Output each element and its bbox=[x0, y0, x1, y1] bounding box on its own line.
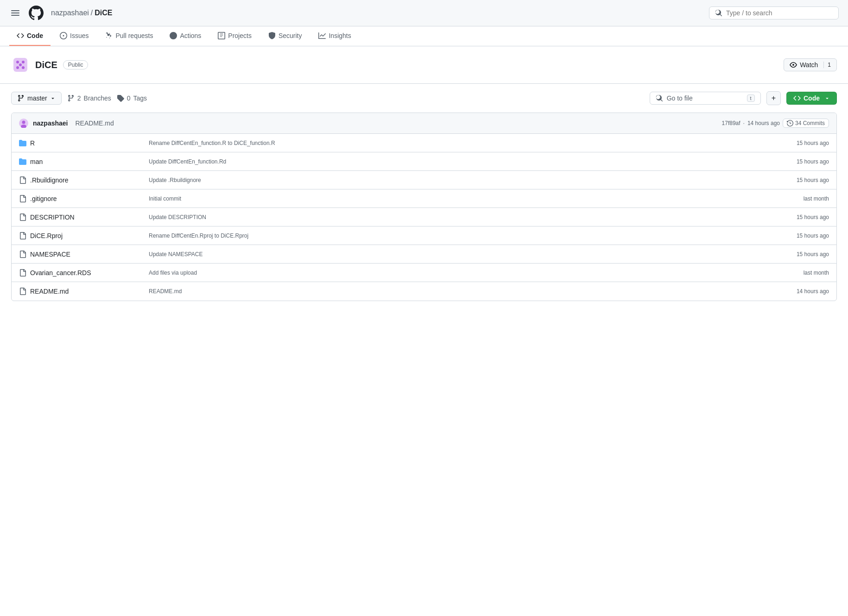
file-commit-msg: Update .Rbuildignore bbox=[149, 177, 797, 183]
eye-icon bbox=[790, 61, 797, 69]
file-name[interactable]: .gitignore bbox=[19, 195, 149, 202]
file-row: .gitignoreInitial commitlast month bbox=[12, 189, 836, 208]
svg-point-3 bbox=[16, 66, 19, 69]
tags-link[interactable]: 0 Tags bbox=[117, 94, 147, 102]
svg-point-1 bbox=[16, 61, 19, 63]
branches-count: 2 bbox=[77, 94, 81, 102]
file-row: manUpdate DiffCentEn_function.Rd15 hours… bbox=[12, 152, 836, 171]
tab-security[interactable]: Security bbox=[261, 26, 310, 46]
projects-icon bbox=[218, 32, 225, 39]
commits-count: 34 Commits bbox=[795, 120, 825, 126]
file-name[interactable]: .Rbuildignore bbox=[19, 176, 149, 184]
tab-insights-label: Insights bbox=[329, 32, 351, 39]
repo-title[interactable]: DiCE bbox=[35, 60, 57, 70]
pull-request-icon bbox=[105, 32, 113, 39]
branches-link[interactable]: 2 Branches bbox=[67, 94, 111, 102]
file-icon bbox=[19, 232, 26, 239]
file-rows-container: RRename DiffCentEn_function.R to DiCE_fu… bbox=[12, 134, 836, 301]
tab-projects[interactable]: Projects bbox=[210, 26, 259, 46]
watch-button[interactable]: Watch 1 bbox=[784, 58, 837, 71]
tags-count: 0 bbox=[127, 94, 131, 102]
add-file-button[interactable]: + bbox=[766, 91, 781, 105]
branch-icon bbox=[17, 94, 25, 102]
repo-avatar-icon bbox=[11, 56, 30, 74]
file-row: RRename DiffCentEn_function.R to DiCE_fu… bbox=[12, 134, 836, 152]
tab-actions[interactable]: Actions bbox=[162, 26, 209, 46]
commit-info-row: nazpashaei README.md 17f89af · 14 hours … bbox=[12, 113, 836, 134]
file-commit-msg: Update NAMESPACE bbox=[149, 251, 797, 258]
file-name[interactable]: man bbox=[19, 158, 149, 165]
go-to-file-label: Go to file bbox=[667, 94, 693, 102]
file-time: 15 hours ago bbox=[797, 251, 829, 258]
file-name-text: DiCE.Rproj bbox=[30, 232, 63, 239]
file-name[interactable]: DESCRIPTION bbox=[19, 214, 149, 221]
tab-code-label: Code bbox=[27, 32, 43, 39]
file-commit-msg: Update DESCRIPTION bbox=[149, 214, 797, 220]
file-name[interactable]: DiCE.Rproj bbox=[19, 232, 149, 239]
commit-hash[interactable]: 17f89af bbox=[722, 120, 740, 126]
folder-icon bbox=[19, 158, 26, 165]
svg-point-5 bbox=[19, 63, 22, 66]
file-row: .RbuildignoreUpdate .Rbuildignore15 hour… bbox=[12, 171, 836, 189]
commit-user-avatar bbox=[19, 119, 28, 128]
file-name[interactable]: R bbox=[19, 139, 149, 147]
folder-icon bbox=[19, 139, 26, 147]
file-row: README.mdREADME.md14 hours ago bbox=[12, 282, 836, 301]
file-time: 15 hours ago bbox=[797, 214, 829, 220]
tags-label: Tags bbox=[133, 94, 147, 102]
search-icon-small bbox=[656, 94, 663, 102]
tab-issues-label: Issues bbox=[70, 32, 89, 39]
file-row: NAMESPACEUpdate NAMESPACE15 hours ago bbox=[12, 245, 836, 264]
file-time: last month bbox=[804, 195, 829, 202]
tab-security-label: Security bbox=[278, 32, 302, 39]
tab-pr-label: Pull requests bbox=[115, 32, 153, 39]
file-icon bbox=[19, 176, 26, 184]
search-input[interactable] bbox=[726, 9, 819, 17]
tag-icon bbox=[117, 94, 124, 102]
hamburger-button[interactable] bbox=[9, 8, 21, 18]
svg-point-2 bbox=[22, 61, 25, 63]
repo-owner[interactable]: nazpashaei bbox=[51, 9, 89, 17]
tab-projects-label: Projects bbox=[228, 32, 252, 39]
file-commit-msg: README.md bbox=[149, 288, 797, 295]
svg-point-7 bbox=[22, 121, 25, 124]
issues-icon bbox=[60, 32, 67, 39]
commits-count-link[interactable]: 34 Commits bbox=[783, 119, 829, 128]
file-name[interactable]: NAMESPACE bbox=[19, 251, 149, 258]
go-to-file-button[interactable]: Go to file t bbox=[650, 92, 761, 105]
file-time: last month bbox=[804, 270, 829, 276]
branches-icon bbox=[67, 94, 75, 102]
file-name[interactable]: Ovarian_cancer.RDS bbox=[19, 269, 149, 277]
tab-pull-requests[interactable]: Pull requests bbox=[98, 26, 160, 46]
insights-icon bbox=[318, 32, 326, 39]
repo-path: nazpashaei / DiCE bbox=[51, 9, 113, 17]
code-dropdown-button[interactable]: Code bbox=[786, 92, 837, 105]
file-icon bbox=[19, 251, 26, 258]
file-name-text: Ovarian_cancer.RDS bbox=[30, 269, 91, 277]
file-commit-msg: Add files via upload bbox=[149, 270, 804, 276]
go-to-file-shortcut: t bbox=[747, 94, 755, 102]
tab-insights[interactable]: Insights bbox=[311, 26, 358, 46]
repo-nav: Code Issues Pull requests Actions Projec… bbox=[0, 26, 848, 46]
tab-issues[interactable]: Issues bbox=[52, 26, 96, 46]
commit-username[interactable]: nazpashaei bbox=[33, 119, 68, 127]
file-commit-msg: Rename DiffCentEn_function.R to DiCE_fun… bbox=[149, 140, 797, 146]
global-search[interactable] bbox=[709, 6, 839, 19]
code-angle-icon bbox=[793, 94, 801, 102]
top-nav: nazpashaei / DiCE bbox=[0, 0, 848, 26]
file-name[interactable]: README.md bbox=[19, 288, 149, 295]
repo-header: DiCE Public Watch 1 bbox=[0, 46, 848, 84]
file-icon bbox=[19, 195, 26, 202]
file-name-text: NAMESPACE bbox=[30, 251, 70, 258]
file-name-text: README.md bbox=[30, 288, 69, 295]
file-time: 14 hours ago bbox=[797, 288, 829, 295]
file-name-text: DESCRIPTION bbox=[30, 214, 75, 221]
code-chevron-down-icon bbox=[824, 95, 830, 101]
branch-selector[interactable]: master bbox=[11, 92, 62, 105]
file-row: DiCE.RprojRename DiffCentEn.Rproj to DiC… bbox=[12, 226, 836, 245]
chevron-down-icon bbox=[50, 95, 56, 101]
repo-name[interactable]: DiCE bbox=[95, 9, 112, 17]
tab-code[interactable]: Code bbox=[9, 26, 51, 46]
file-name-text: R bbox=[30, 139, 35, 147]
code-btn-label: Code bbox=[804, 94, 820, 102]
